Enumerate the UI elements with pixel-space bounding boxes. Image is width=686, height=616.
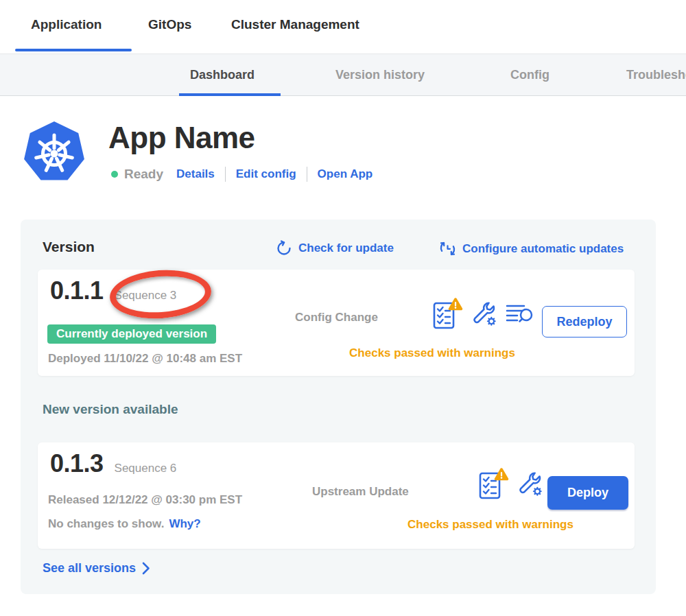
version-number: 0.1.3	[50, 449, 104, 478]
tab-cluster-management[interactable]: Cluster Management	[231, 17, 359, 32]
check-for-update-button[interactable]: Check for update	[276, 240, 394, 257]
new-version-available-label: New version available	[43, 402, 178, 417]
version-source-label: Config Change	[295, 311, 378, 324]
currently-deployed-badge: Currently deployed version	[47, 324, 216, 344]
kubernetes-logo	[23, 121, 86, 184]
version-action-icons	[479, 467, 543, 500]
version-panel: Version Check for update Configure autom…	[21, 220, 656, 594]
secondary-nav: Dashboard Version history Config Trouble…	[0, 54, 686, 96]
chevron-right-icon	[142, 562, 150, 575]
tab-application[interactable]: Application	[31, 17, 102, 32]
config-wrench-icon[interactable]	[518, 471, 543, 496]
tab-config[interactable]: Config	[510, 68, 549, 82]
version-line: 0.1.3 Sequence 6	[50, 449, 176, 478]
released-timestamp: Released 12/12/22 @ 03:30 pm EST	[48, 493, 242, 507]
deployed-version-card: 0.1.1 Sequence 3 Currently deployed vers…	[38, 270, 635, 376]
version-action-icons	[433, 297, 534, 330]
open-app-link[interactable]: Open App	[318, 167, 373, 181]
edit-config-link[interactable]: Edit config	[236, 167, 296, 181]
no-changes-row: No changes to show. Why?	[48, 517, 201, 531]
config-wrench-icon[interactable]	[472, 301, 497, 326]
active-subtab-underline	[179, 93, 281, 96]
tab-troubleshoot[interactable]: Troubleshoot	[626, 68, 686, 82]
version-source-label: Upstream Update	[312, 485, 409, 499]
divider	[307, 167, 307, 182]
redeploy-button[interactable]: Redeploy	[542, 306, 627, 337]
why-link[interactable]: Why?	[169, 517, 200, 531]
preflight-checks-warning-icon[interactable]	[479, 467, 509, 500]
configure-automatic-updates-button[interactable]: Configure automatic updates	[439, 240, 624, 257]
divider	[225, 167, 226, 182]
ready-status-dot-icon	[111, 171, 118, 178]
auto-update-icon	[439, 240, 456, 257]
preflight-result-text: Checks passed with warnings	[322, 346, 542, 360]
see-all-versions-link[interactable]: See all versions	[43, 561, 150, 576]
primary-nav: Application GitOps Cluster Management	[0, 0, 686, 54]
deploy-button[interactable]: Deploy	[547, 476, 628, 510]
sequence-label: Sequence 6	[115, 462, 177, 475]
admin-console-page: Application GitOps Cluster Management Da…	[0, 0, 686, 616]
deployed-timestamp: Deployed 11/10/22 @ 10:48 am EST	[48, 352, 242, 366]
available-version-card: 0.1.3 Sequence 6 Released 12/12/22 @ 03:…	[38, 442, 635, 549]
tab-gitops[interactable]: GitOps	[148, 17, 191, 32]
sequence-label: Sequence 3	[115, 289, 177, 303]
version-number: 0.1.1	[50, 276, 104, 305]
version-line: 0.1.1 Sequence 3	[50, 276, 176, 305]
refresh-icon	[276, 240, 292, 257]
tab-version-history[interactable]: Version history	[335, 68, 425, 82]
details-link[interactable]: Details	[176, 167, 215, 181]
no-changes-text: No changes to show.	[48, 517, 164, 531]
version-heading: Version	[43, 239, 95, 255]
page-title: App Name	[108, 121, 255, 155]
view-diff-icon[interactable]	[506, 303, 534, 324]
tab-dashboard[interactable]: Dashboard	[190, 68, 255, 82]
active-tab-underline	[15, 49, 132, 51]
status-badge: Ready	[124, 167, 163, 182]
preflight-checks-warning-icon[interactable]	[433, 297, 463, 330]
app-status-row: Ready Details Edit config Open App	[111, 167, 372, 182]
preflight-result-text: Checks passed with warnings	[381, 518, 600, 532]
